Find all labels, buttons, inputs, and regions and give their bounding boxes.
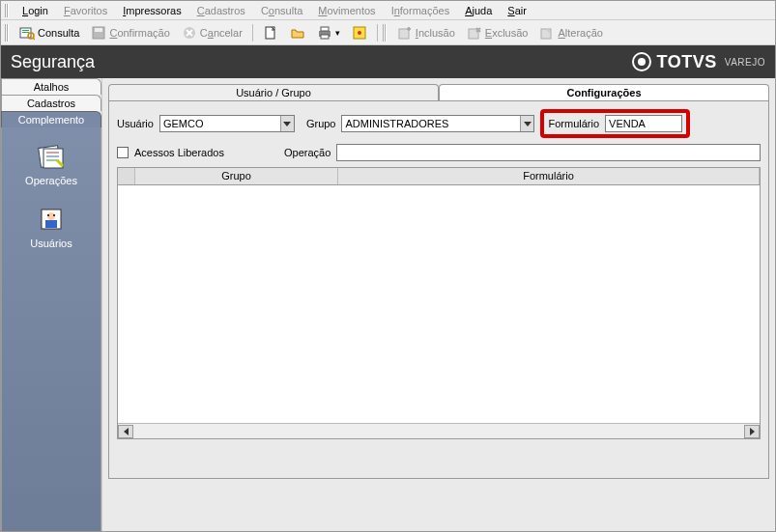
left-tab-complemento[interactable]: Complemento xyxy=(1,111,101,127)
svg-rect-2 xyxy=(22,32,29,33)
grupo-label: Grupo xyxy=(306,118,336,129)
operacao-label: Operação xyxy=(284,147,331,158)
side-usuarios-label: Usuários xyxy=(30,238,72,249)
menu-ajuda[interactable]: Ajuda xyxy=(457,3,500,18)
toolbar-print[interactable]: ▾ xyxy=(312,23,345,42)
toolbar-sep-2 xyxy=(377,24,378,42)
row-acessos-operacao: Acessos Liberados Operação xyxy=(117,144,761,161)
side-panel: Operações Usuários xyxy=(1,127,101,532)
svg-rect-16 xyxy=(399,29,409,39)
toolbar-grip-2 xyxy=(383,24,387,42)
formulario-highlight: Formulário xyxy=(540,109,690,138)
grid-header: Grupo Formulário xyxy=(118,168,760,185)
content-area: Usuário / Grupo Configurações Usuário Gr… xyxy=(102,78,775,532)
side-item-usuarios[interactable]: Usuários xyxy=(30,204,72,249)
operations-icon xyxy=(36,141,67,172)
grid: Grupo Formulário xyxy=(117,167,761,439)
menu-login[interactable]: Login xyxy=(14,3,56,18)
menubar-grip xyxy=(5,4,9,17)
side-operacoes-label: Operações xyxy=(25,175,77,186)
row-usuario-grupo-formulario: Usuário Grupo Formulário xyxy=(117,109,761,138)
tab-usuario-grupo[interactable]: Usuário / Grupo xyxy=(108,84,439,100)
delete-icon xyxy=(467,25,482,41)
grid-col-grupo[interactable]: Grupo xyxy=(135,168,338,184)
menu-cadastros[interactable]: Cadastros xyxy=(189,3,253,18)
toolbar-cancelar-label: Cancelar xyxy=(200,27,243,39)
grid-body[interactable] xyxy=(118,185,760,423)
acessos-liberados-label: Acessos Liberados xyxy=(134,147,224,158)
left-tabs: Atalhos Cadastros Complemento xyxy=(1,78,101,127)
brand-logo: TOTVS VAREJO xyxy=(632,52,765,72)
brand-sub: VAREJO xyxy=(725,57,765,68)
main-area: Atalhos Cadastros Complemento Operações … xyxy=(1,78,775,532)
tab-configuracoes[interactable]: Configurações xyxy=(439,84,769,100)
svg-rect-30 xyxy=(45,220,57,228)
menubar: Login Favoritos Impressoras Cadastros Co… xyxy=(1,1,775,20)
operacao-input[interactable] xyxy=(336,144,761,161)
usuario-dropdown-arrow[interactable] xyxy=(280,116,294,131)
header-band: Segurança TOTVS VAREJO xyxy=(1,45,775,78)
formulario-input[interactable] xyxy=(605,115,682,132)
toolbar-alteracao[interactable]: Alteração xyxy=(534,23,607,42)
toolbar-consulta[interactable]: Consulta xyxy=(14,23,84,42)
grid-col-formulario[interactable]: Formulário xyxy=(338,168,760,184)
grid-hscroll[interactable] xyxy=(118,423,760,438)
toolbar: Consulta Confirmação Cancelar ▾ Inclusão… xyxy=(1,20,775,45)
svg-rect-13 xyxy=(321,35,329,39)
menu-login-text: ogin xyxy=(28,5,48,16)
menu-informacoes[interactable]: Informações xyxy=(384,3,458,18)
tools-icon xyxy=(352,25,367,41)
toolbar-new[interactable] xyxy=(258,23,283,42)
usuario-input[interactable] xyxy=(160,116,280,131)
left-tab-cadastros[interactable]: Cadastros xyxy=(1,95,101,111)
config-panel: Usuário Grupo Formulário Acessos Liberad xyxy=(108,100,769,479)
cancel-icon xyxy=(182,25,197,41)
printer-icon xyxy=(317,25,332,41)
svg-point-32 xyxy=(53,214,55,216)
svg-rect-6 xyxy=(95,28,102,32)
grid-corner xyxy=(118,168,135,184)
svg-line-4 xyxy=(33,38,35,40)
brand-text: TOTVS xyxy=(657,52,717,72)
toolbar-confirmacao-label: Confirmação xyxy=(109,27,169,39)
save-icon xyxy=(91,25,106,41)
search-icon xyxy=(19,25,35,41)
users-icon xyxy=(36,204,67,235)
toolbar-cancelar[interactable]: Cancelar xyxy=(177,23,247,42)
usuario-combo[interactable] xyxy=(159,115,295,132)
toolbar-alteracao-label: Alteração xyxy=(558,27,602,39)
menu-impressoras[interactable]: Impressoras xyxy=(115,3,189,18)
toolbar-confirmacao[interactable]: Confirmação xyxy=(86,23,174,42)
toolbar-grip xyxy=(5,24,9,42)
menu-sair[interactable]: Sair xyxy=(500,3,534,18)
svg-point-29 xyxy=(47,212,55,220)
toolbar-exclusao-label: Exclusão xyxy=(485,27,529,39)
menu-consulta[interactable]: Consulta xyxy=(253,3,310,18)
edit-icon xyxy=(539,25,555,41)
chevron-down-icon: ▾ xyxy=(335,28,340,38)
acessos-liberados-checkbox[interactable] xyxy=(117,147,129,158)
menu-movimentos[interactable]: Movimentos xyxy=(310,3,383,18)
left-tab-atalhos[interactable]: Atalhos xyxy=(1,78,101,95)
toolbar-inclusao[interactable]: Inclusão xyxy=(392,23,460,42)
scroll-right-button[interactable] xyxy=(744,425,760,438)
grupo-input[interactable] xyxy=(342,116,519,131)
toolbar-inclusao-label: Inclusão xyxy=(416,27,455,39)
side-item-operacoes[interactable]: Operações xyxy=(25,141,77,186)
grupo-dropdown-arrow[interactable] xyxy=(520,116,534,131)
scroll-track[interactable] xyxy=(133,425,744,438)
svg-rect-1 xyxy=(22,30,29,31)
svg-point-15 xyxy=(358,31,361,35)
new-doc-icon xyxy=(263,25,278,41)
toolbar-consulta-label: Consulta xyxy=(38,27,79,39)
svg-point-31 xyxy=(47,214,49,216)
left-column: Atalhos Cadastros Complemento Operações … xyxy=(1,78,102,532)
brand-icon xyxy=(632,52,651,71)
formulario-label: Formulário xyxy=(548,118,599,129)
menu-favoritos[interactable]: Favoritos xyxy=(56,3,115,18)
toolbar-exclusao[interactable]: Exclusão xyxy=(462,23,533,42)
grupo-combo[interactable] xyxy=(341,115,534,132)
toolbar-tools[interactable] xyxy=(347,23,372,42)
scroll-left-button[interactable] xyxy=(118,425,133,438)
toolbar-open[interactable] xyxy=(285,23,310,42)
